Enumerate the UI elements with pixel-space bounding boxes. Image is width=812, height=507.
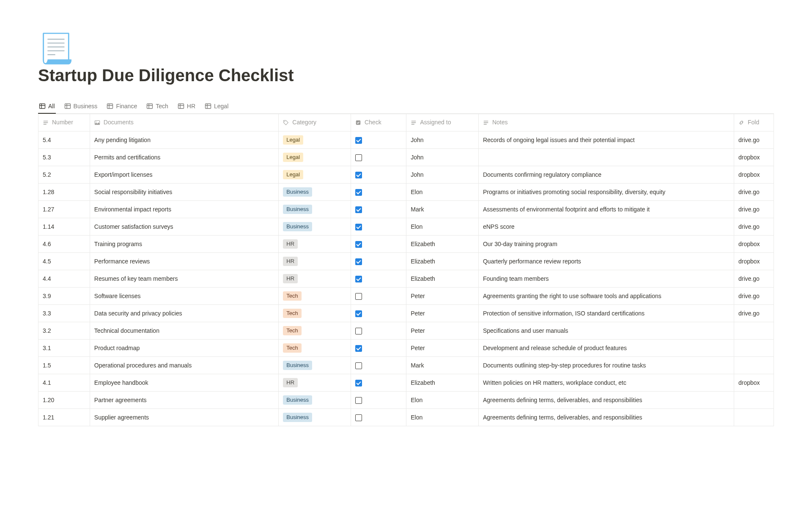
column-header-documents[interactable]: Documents <box>90 114 278 132</box>
cell-check[interactable] <box>351 166 406 184</box>
cell-documents[interactable]: Social responsibility initiatives <box>90 184 278 201</box>
column-header-folder[interactable]: Fold <box>734 114 774 132</box>
table-row[interactable]: 1.20Partner agreementsBusinessElonAgreem… <box>38 392 774 409</box>
cell-folder[interactable]: drive.go <box>734 270 774 288</box>
cell-folder[interactable]: dropbox <box>734 166 774 184</box>
cell-folder[interactable] <box>734 392 774 409</box>
cell-documents[interactable]: Software licenses <box>90 288 278 305</box>
cell-documents[interactable]: Resumes of key team members <box>90 270 278 288</box>
cell-documents[interactable]: Performance reviews <box>90 253 278 270</box>
cell-folder[interactable] <box>734 409 774 426</box>
cell-documents[interactable]: Training programs <box>90 236 278 253</box>
table-row[interactable]: 1.27Environmental impact reportsBusiness… <box>38 201 774 218</box>
cell-check[interactable] <box>351 201 406 218</box>
cell-check[interactable] <box>351 184 406 201</box>
checkbox[interactable] <box>355 224 362 230</box>
table-row[interactable]: 4.5Performance reviewsHRElizabethQuarter… <box>38 253 774 270</box>
cell-folder[interactable] <box>734 357 774 374</box>
cell-check[interactable] <box>351 409 406 426</box>
cell-documents[interactable]: Supplier agreements <box>90 409 278 426</box>
cell-check[interactable] <box>351 253 406 270</box>
table-row[interactable]: 1.5Operational procedures and manualsBus… <box>38 357 774 374</box>
cell-check[interactable] <box>351 340 406 357</box>
checkbox[interactable] <box>355 414 362 421</box>
checkbox[interactable] <box>355 328 362 334</box>
cell-check[interactable] <box>351 149 406 166</box>
cell-documents[interactable]: Operational procedures and manuals <box>90 357 278 374</box>
cell-folder[interactable]: dropbox <box>734 236 774 253</box>
cell-folder[interactable]: drive.go <box>734 184 774 201</box>
cell-folder[interactable] <box>734 340 774 357</box>
cell-documents[interactable]: Technical documentation <box>90 322 278 340</box>
cell-check[interactable] <box>351 132 406 149</box>
cell-folder[interactable]: drive.go <box>734 288 774 305</box>
column-header-assigned[interactable]: Assigned to <box>406 114 479 132</box>
checkbox[interactable] <box>355 154 362 161</box>
cell-folder[interactable]: drive.go <box>734 305 774 322</box>
tab-legal[interactable]: Legal <box>204 100 229 114</box>
table-row[interactable]: 4.1Employee handbookHRElizabethWritten p… <box>38 374 774 392</box>
cell-documents[interactable]: Employee handbook <box>90 374 278 392</box>
table-row[interactable]: 5.4Any pending litigationLegalJohnRecord… <box>38 132 774 149</box>
tab-business[interactable]: Business <box>63 100 99 114</box>
cell-folder[interactable]: dropbox <box>734 149 774 166</box>
cell-folder[interactable]: drive.go <box>734 218 774 236</box>
cell-check[interactable] <box>351 305 406 322</box>
checkbox[interactable] <box>355 189 362 196</box>
checkbox[interactable] <box>355 241 362 248</box>
cell-folder[interactable]: drive.go <box>734 132 774 149</box>
table-row[interactable]: 3.2Technical documentationTechPeterSpeci… <box>38 322 774 340</box>
cell-check[interactable] <box>351 270 406 288</box>
checkbox[interactable] <box>355 362 362 369</box>
cell-check[interactable] <box>351 322 406 340</box>
tab-all[interactable]: All <box>38 100 56 114</box>
cell-check[interactable] <box>351 218 406 236</box>
cell-check[interactable] <box>351 374 406 392</box>
table-row[interactable]: 5.2Export/import licensesLegalJohnDocume… <box>38 166 774 184</box>
table-row[interactable]: 4.6Training programsHRElizabethOur 30-da… <box>38 236 774 253</box>
cell-folder[interactable]: dropbox <box>734 253 774 270</box>
column-header-category[interactable]: Category <box>279 114 351 132</box>
table-row[interactable]: 1.28Social responsibility initiativesBus… <box>38 184 774 201</box>
cell-documents[interactable]: Product roadmap <box>90 340 278 357</box>
cell-check[interactable] <box>351 357 406 374</box>
cell-assigned: Peter <box>406 340 479 357</box>
checkbox[interactable] <box>355 206 362 213</box>
table-row[interactable]: 3.1Product roadmapTechPeterDevelopment a… <box>38 340 774 357</box>
cell-documents[interactable]: Export/import licenses <box>90 166 278 184</box>
checkbox[interactable] <box>355 397 362 404</box>
cell-folder[interactable] <box>734 322 774 340</box>
checkbox[interactable] <box>355 380 362 386</box>
checkbox[interactable] <box>355 293 362 300</box>
cell-documents[interactable]: Any pending litigation <box>90 132 278 149</box>
checkbox[interactable] <box>355 276 362 282</box>
column-header-number[interactable]: Number <box>38 114 90 132</box>
cell-documents[interactable]: Partner agreements <box>90 392 278 409</box>
cell-check[interactable] <box>351 288 406 305</box>
tab-tech[interactable]: Tech <box>145 100 169 114</box>
column-header-notes[interactable]: Notes <box>478 114 734 132</box>
checkbox[interactable] <box>355 137 362 144</box>
cell-documents[interactable]: Data security and privacy policies <box>90 305 278 322</box>
table-row[interactable]: 4.4Resumes of key team membersHRElizabet… <box>38 270 774 288</box>
checkbox[interactable] <box>355 345 362 352</box>
checkbox[interactable] <box>355 172 362 178</box>
tab-finance[interactable]: Finance <box>106 100 138 114</box>
cell-documents[interactable]: Environmental impact reports <box>90 201 278 218</box>
checkbox[interactable] <box>355 258 362 265</box>
cell-check[interactable] <box>351 392 406 409</box>
tab-hr[interactable]: HR <box>177 100 196 114</box>
cell-folder[interactable]: drive.go <box>734 201 774 218</box>
table-row[interactable]: 1.14Customer satisfaction surveysBusines… <box>38 218 774 236</box>
cell-documents[interactable]: Customer satisfaction surveys <box>90 218 278 236</box>
table-row[interactable]: 3.9Software licensesTechPeterAgreements … <box>38 288 774 305</box>
cell-documents[interactable]: Permits and certifications <box>90 149 278 166</box>
column-label: Check <box>365 119 381 126</box>
table-row[interactable]: 5.3Permits and certificationsLegalJohndr… <box>38 149 774 166</box>
checkbox[interactable] <box>355 310 362 317</box>
table-row[interactable]: 3.3Data security and privacy policiesTec… <box>38 305 774 322</box>
cell-check[interactable] <box>351 236 406 253</box>
table-row[interactable]: 1.21Supplier agreementsBusinessElonAgree… <box>38 409 774 426</box>
cell-folder[interactable]: dropbox <box>734 374 774 392</box>
column-header-check[interactable]: Check <box>351 114 406 132</box>
